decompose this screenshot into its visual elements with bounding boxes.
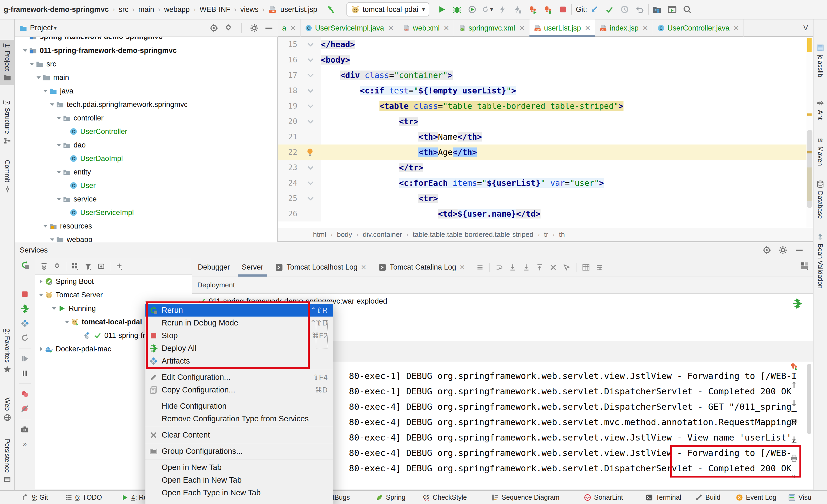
coverage-button[interactable] [467, 4, 478, 15]
menu-item-edit-configuration[interactable]: Edit Configuration...⇧F4 [145, 371, 333, 384]
editor-breadcrumb-item[interactable]: tr [544, 230, 548, 239]
toolwindow-button-jclasslib[interactable]: jclasslib [814, 44, 827, 77]
refresh-button[interactable] [20, 334, 29, 342]
lightning-debug-button[interactable] [512, 4, 523, 15]
chevron-expanded-icon[interactable] [55, 195, 63, 203]
code-line-24[interactable]: 24 <c:forEach items="${userList}" var="u… [278, 175, 813, 191]
expand-all-button[interactable] [40, 262, 48, 270]
menu-item-open-each-in-new-tab[interactable]: Open Each in New Tab [145, 474, 333, 487]
table-button[interactable] [582, 263, 590, 271]
menu-item-rerun[interactable]: Rerun⌃⇧R [145, 304, 333, 317]
rerun-button[interactable] [20, 261, 29, 269]
editor-gutter[interactable]: 20 [278, 114, 321, 129]
tree-item-spring-framework-demo-springmvc[interactable]: spring-framework-demo-springmvc [15, 37, 277, 43]
tree-item-spring[interactable]: Spring Boot [35, 275, 192, 288]
console-scrollbar[interactable] [807, 364, 811, 434]
close-tab-icon[interactable]: ✕ [443, 24, 449, 33]
git-commit-button[interactable] [604, 4, 615, 15]
editor-gutter[interactable]: 25 [278, 191, 321, 206]
statusbar-item-terminal[interactable]: Terminal [645, 491, 681, 504]
chevron-expanded-icon[interactable] [63, 318, 71, 326]
chevron-expanded-icon[interactable] [50, 305, 58, 312]
toolwindow-button-maven[interactable]: mMaven [814, 135, 827, 166]
editor-tab-userlist-jsp[interactable]: JSPuserList.jsp✕ [529, 19, 595, 37]
window-run-button[interactable] [667, 4, 678, 15]
services-tab-tomcat-localhost-log[interactable]: Tomcat Localhost Log✕ [269, 258, 373, 277]
menu-item-deploy-all[interactable]: Deploy All [145, 342, 333, 355]
code-line-16[interactable]: 16<body> [278, 52, 813, 67]
menu-item-copy-configuration[interactable]: Copy Configuration...⌘D [145, 384, 333, 396]
minus-button[interactable] [264, 23, 274, 33]
scroll-up-button[interactable] [536, 263, 544, 271]
close-tab-icon[interactable]: ✕ [459, 263, 465, 271]
menu-item-group-configurations[interactable]: Group Configurations... [145, 445, 333, 457]
tree-item-controller[interactable]: controller [15, 111, 277, 125]
tree-item-userserviceimpl[interactable]: CUserServiceImpl [15, 206, 277, 219]
tree-item-011-spring-framework-demo-springmvc[interactable]: 011-spring-framework-demo-springmvc [15, 44, 277, 57]
editor-gutter[interactable]: 15 [278, 37, 321, 52]
statusbar-item-event-log[interactable]: 8Event Log [736, 491, 776, 504]
menu-item-remove-configuration-type-from-services[interactable]: Remove Configuration Type from Services [145, 412, 333, 425]
tree-item-resources[interactable]: resources [15, 219, 277, 233]
editor-tab-web-xml[interactable]: </>web.xml✕ [398, 19, 454, 37]
camera-button[interactable] [20, 425, 29, 434]
group-by-button[interactable] [71, 262, 79, 270]
close-tab-icon[interactable]: ✕ [585, 24, 590, 33]
statusbar-item-visu[interactable]: Visu [788, 491, 811, 504]
zoom-rect-button[interactable] [97, 262, 105, 270]
chevron-expanded-icon[interactable] [35, 74, 42, 81]
search-button[interactable] [682, 4, 693, 15]
profiler-run-button[interactable] [790, 362, 798, 371]
softwrap-button[interactable] [495, 263, 503, 271]
editor-gutter[interactable]: 22 [278, 145, 321, 160]
toolwindow-button--favorites[interactable]: 2: Favorites [0, 329, 14, 373]
collapse-all-button[interactable] [224, 23, 233, 33]
close-tab-icon[interactable]: ✕ [290, 24, 296, 33]
editor-scrollbar-thumb[interactable] [807, 130, 813, 208]
toolwindow-button--project[interactable]: 1: Project [0, 40, 14, 86]
tree-item-dao[interactable]: dao [15, 138, 277, 152]
breadcrumb-item[interactable]: WEB-INF [199, 5, 230, 14]
stop-button[interactable] [557, 4, 569, 15]
profiler-run-button[interactable] [527, 4, 538, 15]
menu-item-stop[interactable]: Stop⌘F2 [145, 329, 333, 342]
tree-item-tomcat[interactable]: Tomcat Server [35, 288, 192, 302]
hamburger-button[interactable] [476, 263, 484, 271]
stripe-warning-mark[interactable] [807, 113, 812, 116]
deploy-button[interactable] [20, 304, 29, 313]
tree-item-service[interactable]: service [15, 192, 277, 206]
close-tab-icon[interactable]: ✕ [519, 24, 525, 33]
editor-breadcrumb-item[interactable]: body [337, 230, 352, 239]
breadcrumb[interactable]: g-framework-demo-springmvc›src›main›weba… [4, 5, 317, 14]
arrow-up-button[interactable] [790, 380, 798, 389]
scroll-down-button[interactable] [508, 263, 517, 271]
navigate-arrow-icon[interactable] [325, 4, 337, 15]
code-line-21[interactable]: 21 <th>Name</th> [278, 129, 813, 145]
statusbar-item-sequence-diagram[interactable]: Sequence Diagram [491, 491, 560, 504]
editor-tab-springmvc-xml[interactable]: springmvc.xml✕ [454, 19, 529, 37]
tree-item-tech[interactable]: tech.pdai.springframework.springmvc [15, 98, 277, 111]
editor-gutter[interactable]: 16 [278, 52, 321, 67]
editor-breadcrumbs[interactable]: html›body›div.container›table.table.tabl… [278, 228, 813, 242]
run-button[interactable] [436, 4, 447, 15]
chevron-expanded-icon[interactable] [48, 236, 56, 242]
editor-breadcrumb-item[interactable]: html [313, 230, 326, 239]
code-line-15[interactable]: 15</head> [278, 37, 813, 52]
lightbulb-icon[interactable] [305, 148, 314, 157]
add-plus-button[interactable] [115, 262, 123, 270]
clear-x-button[interactable] [549, 263, 557, 271]
editor-gutter[interactable]: 18 [278, 83, 321, 98]
layout-settings-icon[interactable] [800, 261, 809, 270]
code-line-22[interactable]: 22 <th>Age</th> [278, 145, 813, 160]
chevron-expanded-icon[interactable] [42, 87, 49, 95]
chevron-expanded-icon[interactable] [55, 141, 63, 149]
editor-error-stripe[interactable] [807, 37, 813, 228]
artifacts-button[interactable] [20, 319, 29, 328]
stop-button[interactable] [20, 290, 29, 298]
tree-item-webapp[interactable]: webapp [15, 233, 277, 242]
toolwindow-button--structure[interactable]: 7: Structure [0, 101, 14, 145]
project-panel-title[interactable]: Project [30, 24, 53, 32]
softwrap-button[interactable] [790, 417, 798, 426]
tree-item-usercontroller[interactable]: CUserController [15, 125, 277, 138]
chevron-expanded-icon[interactable] [55, 114, 63, 122]
